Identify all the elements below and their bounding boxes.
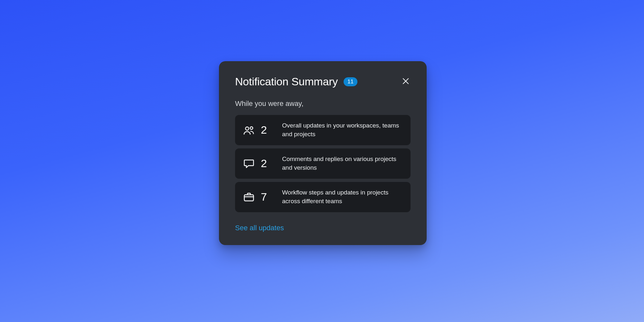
notification-items-list: 2 Overall updates in your workspaces, te…	[235, 115, 411, 212]
see-all-updates-link[interactable]: See all updates	[235, 224, 284, 232]
close-icon	[402, 77, 410, 86]
header-title-group: Notification Summary 11	[235, 75, 357, 88]
notification-item-comments[interactable]: 2 Comments and replies on various projec…	[235, 148, 411, 179]
notification-summary-card: Notification Summary 11 While you were a…	[219, 61, 427, 245]
item-description: Workflow steps and updates in projects a…	[282, 188, 403, 206]
card-header: Notification Summary 11	[235, 75, 411, 88]
close-button[interactable]	[401, 77, 411, 87]
item-description: Overall updates in your workspaces, team…	[282, 121, 403, 139]
item-count: 2	[261, 124, 267, 136]
svg-rect-4	[244, 195, 254, 201]
svg-point-3	[250, 127, 253, 129]
card-subtitle: While you were away,	[235, 99, 411, 108]
svg-point-2	[245, 127, 249, 130]
notification-item-workspaces[interactable]: 2 Overall updates in your workspaces, te…	[235, 115, 411, 145]
item-left: 2	[243, 157, 274, 170]
item-left: 2	[243, 124, 274, 136]
item-left: 7	[243, 191, 274, 203]
notification-count-badge: 11	[344, 77, 357, 86]
item-count: 7	[261, 191, 267, 203]
item-count: 2	[261, 157, 267, 170]
item-description: Comments and replies on various projects…	[282, 155, 403, 172]
users-icon	[243, 124, 255, 136]
notification-item-workflow[interactable]: 7 Workflow steps and updates in projects…	[235, 182, 411, 212]
briefcase-icon	[243, 191, 255, 203]
card-title: Notification Summary	[235, 75, 338, 88]
comment-icon	[243, 157, 255, 170]
